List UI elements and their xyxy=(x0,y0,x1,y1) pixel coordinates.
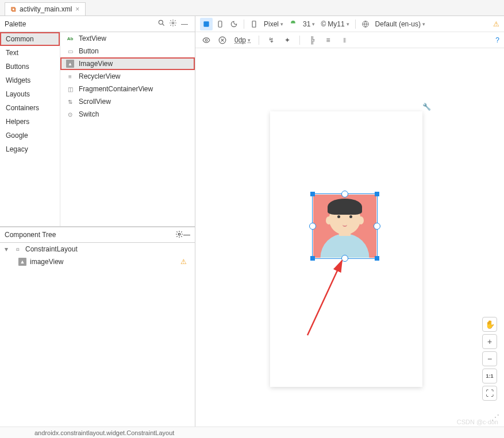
constraintlayout-icon: ⧈ xyxy=(14,245,22,253)
palette-item-button[interactable]: ▭ Button xyxy=(60,45,195,57)
switch-icon: ⊙ xyxy=(66,110,74,118)
svg-point-0 xyxy=(159,20,163,24)
infer-constraints-icon[interactable]: ✦ xyxy=(281,34,294,46)
locale-icon xyxy=(359,18,372,30)
category-legacy[interactable]: Legacy xyxy=(0,142,60,156)
recyclerview-icon: ≡ xyxy=(66,72,74,80)
avatar-image xyxy=(313,195,376,258)
tree-expand-icon[interactable]: ▾ xyxy=(5,245,10,253)
palette-categories: Common Text Buttons Widgets Layouts Cont… xyxy=(0,32,60,226)
svg-line-1 xyxy=(163,24,164,26)
design-canvas[interactable]: 🔧 xyxy=(195,48,504,427)
palette-item-imageview[interactable]: ▲ ImageView xyxy=(60,57,195,70)
svg-point-8 xyxy=(294,22,294,22)
gear-icon[interactable] xyxy=(167,19,179,29)
default-margin[interactable]: 0dp ▾ xyxy=(232,36,253,44)
imageview-icon: ▲ xyxy=(66,60,74,68)
svg-rect-4 xyxy=(203,21,209,26)
scrollview-icon: ⇅ xyxy=(66,98,74,106)
palette-item-textview[interactable]: Ab TextView xyxy=(60,32,195,45)
close-tab-icon[interactable]: × xyxy=(75,5,79,13)
editor-tab-bar: ⧉ activity_main.xml × xyxy=(0,0,504,16)
watermark: CSDN @c·don xyxy=(457,418,498,425)
palette-title: Palette xyxy=(5,20,156,28)
status-path: androidx.constraintlayout.widget.Constra… xyxy=(34,429,174,436)
design-panel: Pixel ▾ 31 ▾ © My11 ▾ Default (en-us) ▾ … xyxy=(195,16,504,427)
device-icon xyxy=(248,18,260,30)
category-layouts[interactable]: Layouts xyxy=(0,87,60,101)
view-options-icon[interactable] xyxy=(200,34,213,46)
left-panel: Palette — Common Text Buttons Widgets La… xyxy=(0,16,195,427)
tree-row-root[interactable]: ▾ ⧈ ConstraintLayout xyxy=(0,243,195,255)
orientation-icon[interactable] xyxy=(214,18,226,30)
status-bar: androidx.constraintlayout.widget.Constra… xyxy=(0,427,504,438)
svg-point-7 xyxy=(292,22,293,22)
category-text[interactable]: Text xyxy=(0,46,60,60)
guidelines-icon[interactable]: ╠ xyxy=(306,34,318,46)
toolbar-warning-icon[interactable]: ⚠ xyxy=(493,20,499,28)
autoconnect-icon[interactable] xyxy=(216,34,229,46)
theme-selector[interactable]: © My11 ▾ xyxy=(318,20,351,28)
tree-row-imageview[interactable]: ▲ imageView ⚠ xyxy=(0,255,195,268)
design-toolbar: Pixel ▾ 31 ▾ © My11 ▾ Default (en-us) ▾ … xyxy=(195,16,504,32)
wrench-icon[interactable]: 🔧 xyxy=(422,103,431,111)
pack-icon[interactable]: ⫴ xyxy=(338,34,351,46)
zoom-reset-button[interactable]: 1:1 xyxy=(482,369,497,383)
imageview-tree-icon: ▲ xyxy=(18,258,26,266)
palette-item-recyclerview[interactable]: ≡ RecyclerView xyxy=(60,70,195,83)
zoom-controls: ✋ + − 1:1 ⛶ xyxy=(482,317,497,401)
svg-point-10 xyxy=(205,39,207,41)
textview-icon: Ab xyxy=(66,34,74,42)
help-icon[interactable]: ? xyxy=(495,36,499,44)
svg-rect-6 xyxy=(252,21,256,27)
locale-selector[interactable]: Default (en-us) ▾ xyxy=(373,20,428,28)
minimize-icon[interactable]: — xyxy=(179,20,190,28)
device-selector[interactable]: Pixel ▾ xyxy=(261,20,286,28)
zoom-in-button[interactable]: + xyxy=(482,334,497,349)
palette-item-switch[interactable]: ⊙ Switch xyxy=(60,108,195,121)
zoom-out-button[interactable]: − xyxy=(482,351,497,366)
component-tree: ▾ ⧈ ConstraintLayout ▲ imageView ⚠ xyxy=(0,243,195,427)
button-icon: ▭ xyxy=(66,47,74,55)
fragment-icon: ◫ xyxy=(66,85,74,93)
palette-header: Palette — xyxy=(0,16,195,32)
palette-item-fragmentcontainer[interactable]: ◫ FragmentContainerView xyxy=(60,83,195,95)
design-options-toolbar: 0dp ▾ ↯ ✦ ╠ ≡ ⫴ ? xyxy=(195,32,504,48)
clear-constraints-icon[interactable]: ↯ xyxy=(265,34,278,46)
file-tab[interactable]: ⧉ activity_main.xml × xyxy=(5,2,86,15)
palette-items: Ab TextView ▭ Button ▲ ImageView ≡ Recyc… xyxy=(60,32,195,226)
android-icon xyxy=(287,18,299,30)
palette-item-scrollview[interactable]: ⇅ ScrollView xyxy=(60,95,195,108)
svg-point-2 xyxy=(172,22,174,24)
svg-rect-5 xyxy=(218,21,222,27)
tree-gear-icon[interactable] xyxy=(175,230,183,240)
api-selector[interactable]: 31 ▾ xyxy=(301,20,317,28)
warning-icon[interactable]: ⚠ xyxy=(180,258,187,266)
category-containers[interactable]: Containers xyxy=(0,101,60,115)
component-tree-header: Component Tree — xyxy=(0,227,195,243)
category-common[interactable]: Common xyxy=(0,32,60,46)
tree-title: Component Tree xyxy=(5,231,175,239)
category-helpers[interactable]: Helpers xyxy=(0,115,60,129)
category-google[interactable]: Google xyxy=(0,129,60,142)
tree-minimize-icon[interactable]: — xyxy=(183,231,190,239)
svg-point-3 xyxy=(178,233,180,235)
imageview-selection[interactable] xyxy=(313,195,376,258)
file-tab-label: activity_main.xml xyxy=(20,5,72,13)
pan-button[interactable]: ✋ xyxy=(482,317,497,332)
palette-body: Common Text Buttons Widgets Layouts Cont… xyxy=(0,32,195,227)
category-widgets[interactable]: Widgets xyxy=(0,73,60,87)
search-icon[interactable] xyxy=(156,19,167,29)
xml-file-icon: ⧉ xyxy=(11,5,16,13)
align-icon[interactable]: ≡ xyxy=(322,34,334,46)
night-mode-icon[interactable] xyxy=(228,18,240,30)
category-buttons[interactable]: Buttons xyxy=(0,60,60,73)
zoom-fit-button[interactable]: ⛶ xyxy=(482,386,497,401)
design-surface-icon[interactable] xyxy=(200,18,213,30)
